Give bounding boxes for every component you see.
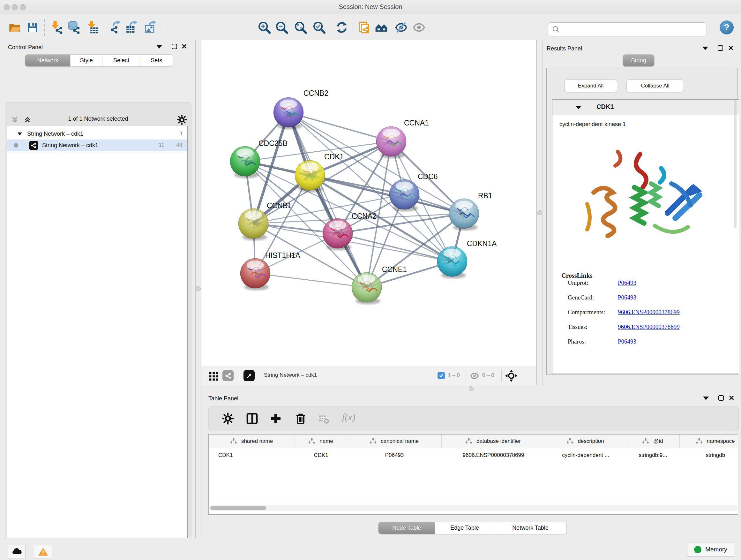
table-cell[interactable]: P06493: [347, 448, 442, 462]
import-network-database-icon[interactable]: [67, 21, 80, 34]
network-canvas[interactable]: CCNB2CCNA1CDC25BCDK1CDC6RB1CCNB1CCNA2CDK…: [201, 40, 536, 366]
tree-expand-icon[interactable]: [17, 131, 23, 137]
network-node-cdkn1a[interactable]: [437, 246, 467, 278]
table-panel-float-icon[interactable]: [718, 395, 724, 401]
crosslink-link[interactable]: P06493: [618, 279, 636, 287]
search-input[interactable]: [560, 26, 698, 33]
table-row[interactable]: CDK1CDK1P064939606.ENSP00000378699cyclin…: [209, 448, 738, 462]
network-node-ccnb1[interactable]: [239, 208, 268, 240]
save-session-icon[interactable]: [26, 21, 39, 34]
column-header-description[interactable]: description: [545, 435, 626, 448]
network-node-ccne1[interactable]: [352, 272, 382, 304]
column-header-canonical-name[interactable]: canonical name: [347, 435, 442, 448]
import-table-icon[interactable]: [86, 21, 99, 34]
network-node-ccna2[interactable]: [323, 219, 353, 250]
export-image-icon[interactable]: [144, 21, 157, 34]
network-badge-icon[interactable]: [222, 370, 233, 381]
table-gear-icon[interactable]: [221, 412, 234, 425]
column-header-id[interactable]: @id: [626, 435, 680, 448]
splitter-handle[interactable]: [469, 386, 474, 391]
tab-select[interactable]: Select: [102, 55, 140, 66]
duplicate-network-icon[interactable]: [358, 21, 370, 34]
warnings-button[interactable]: [34, 545, 52, 558]
protein-card-header[interactable]: CDK1: [552, 100, 739, 115]
left-splitter[interactable]: [196, 40, 201, 538]
network-node-cdc25b[interactable]: [230, 146, 260, 178]
cloud-button[interactable]: [8, 545, 26, 558]
network-node-cdc6[interactable]: [389, 179, 419, 211]
crosslink-link[interactable]: 9606.ENSP00000378699: [618, 309, 680, 316]
open-in-window-icon[interactable]: [244, 370, 255, 381]
tab-edge-table[interactable]: Edge Table: [435, 522, 494, 534]
add-column-icon[interactable]: [269, 412, 282, 425]
table-header-row: shared namenamecanonical namedatabase id…: [209, 435, 738, 448]
delete-column-icon[interactable]: [294, 412, 307, 425]
table-cell[interactable]: stringdb:9...: [626, 448, 680, 462]
import-network-file-icon[interactable]: [50, 21, 63, 34]
network-tree-root-row[interactable]: String Network – cdk1 1: [7, 128, 187, 139]
table-cell[interactable]: cyclin-dependent ...: [545, 448, 626, 462]
hide-selected-icon[interactable]: [395, 21, 408, 34]
grid-view-icon[interactable]: [208, 370, 219, 381]
network-node-ccna1[interactable]: [376, 126, 406, 159]
neighbors-icon[interactable]: [375, 21, 388, 34]
collapse-section-icon[interactable]: [576, 105, 582, 111]
results-scrollbar[interactable]: [734, 100, 737, 228]
network-edge[interactable]: [255, 273, 367, 287]
network-tree-child-row[interactable]: String Network – cdk1 11 48: [7, 139, 187, 151]
column-header-database-identifier[interactable]: database identifier: [442, 435, 545, 448]
tab-sets[interactable]: Sets: [140, 55, 173, 66]
refresh-icon[interactable]: [335, 21, 348, 34]
show-columns-icon[interactable]: [246, 412, 259, 425]
column-header-namespace[interactable]: namespace: [680, 435, 738, 448]
table-hscrollbar-thumb[interactable]: [210, 506, 266, 510]
open-session-icon[interactable]: [8, 21, 21, 34]
zoom-selected-icon[interactable]: [313, 21, 326, 34]
tab-node-table[interactable]: Node Table: [379, 522, 435, 534]
control-panel-menu-icon[interactable]: [156, 45, 162, 49]
memory-button[interactable]: Memory: [687, 542, 734, 557]
horizontal-splitter[interactable]: [201, 385, 741, 393]
pan-crosshair-icon[interactable]: [505, 370, 517, 382]
help-icon[interactable]: ?: [720, 20, 734, 35]
network-node-hist1h1a[interactable]: [240, 258, 270, 290]
table-panel-close-icon[interactable]: ✕: [729, 395, 734, 401]
tab-string[interactable]: String: [623, 55, 654, 66]
column-header-shared-name[interactable]: shared name: [209, 435, 295, 448]
zoom-fit-icon[interactable]: [294, 21, 307, 34]
table-hscrollbar[interactable]: [209, 505, 738, 511]
table-cell[interactable]: CDK1: [295, 448, 347, 462]
control-panel-close-icon[interactable]: ✕: [181, 44, 187, 49]
node-table[interactable]: shared namenamecanonical namedatabase id…: [208, 434, 738, 515]
tab-network-table[interactable]: Network Table: [494, 522, 566, 534]
selected-checkbox-icon[interactable]: [437, 372, 445, 379]
collapse-all-button[interactable]: Collapse All: [626, 79, 684, 92]
table-cell[interactable]: 9606.ENSP00000378699: [442, 448, 545, 462]
crosslink-link[interactable]: 9606.ENSP00000378699: [618, 323, 680, 330]
export-network-icon[interactable]: [109, 21, 122, 34]
expand-all-button[interactable]: Expand All: [564, 79, 617, 92]
results-panel-float-icon[interactable]: [718, 45, 723, 51]
table-panel-menu-icon[interactable]: [703, 396, 709, 400]
tab-network[interactable]: Network: [25, 55, 70, 66]
control-panel-float-icon[interactable]: [172, 44, 177, 49]
network-edge[interactable]: [288, 112, 367, 287]
right-splitter[interactable]: [536, 40, 543, 385]
results-panel-menu-icon[interactable]: [702, 47, 708, 50]
zoom-out-icon[interactable]: [275, 21, 288, 34]
splitter-handle[interactable]: [537, 210, 542, 215]
network-node-rb1[interactable]: [449, 199, 479, 231]
results-panel-close-icon[interactable]: ✕: [728, 45, 734, 51]
network-options-gear-icon[interactable]: [177, 114, 187, 125]
search-field[interactable]: [548, 22, 707, 37]
column-header-name[interactable]: name: [295, 435, 347, 448]
show-all-icon[interactable]: [413, 21, 425, 34]
export-table-icon[interactable]: [125, 21, 138, 34]
crosslink-link[interactable]: P06493: [618, 294, 636, 301]
zoom-in-icon[interactable]: [258, 21, 271, 34]
table-cell[interactable]: CDK1: [209, 448, 295, 462]
crosslink-link[interactable]: P06493: [618, 338, 636, 345]
tab-style[interactable]: Style: [70, 55, 102, 66]
splitter-handle[interactable]: [196, 286, 201, 291]
table-cell[interactable]: stringdb: [680, 448, 738, 462]
